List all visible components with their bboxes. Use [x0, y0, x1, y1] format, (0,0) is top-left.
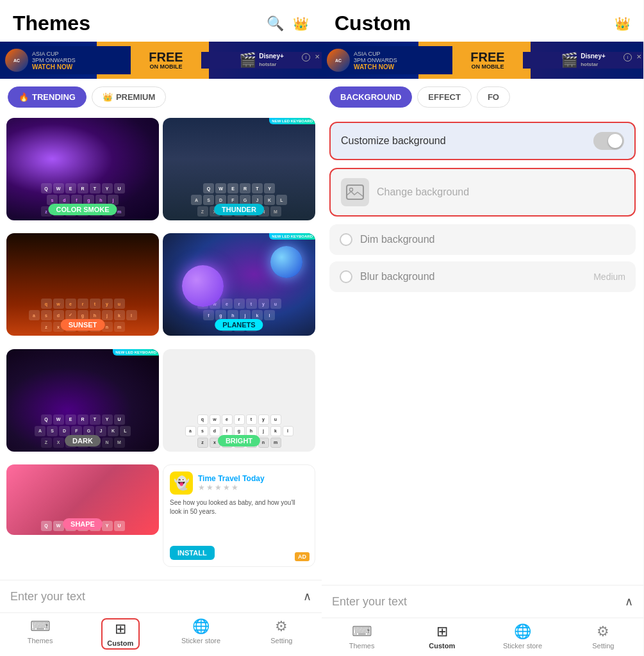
blur-background-label: Blur background	[360, 271, 586, 283]
ad-info-icon[interactable]: i	[302, 53, 310, 62]
ad-install-button[interactable]: INSTALL	[170, 546, 215, 560]
customize-background-toggle[interactable]	[593, 132, 624, 150]
change-background-row[interactable]: Change background	[329, 168, 636, 217]
ad-banner-left[interactable]: AC ASIA CUP 3PM ONWARDS WATCH NOW FREE O…	[0, 42, 322, 79]
nav-item-setting-left[interactable]: ⚙ Setting	[262, 618, 301, 650]
theme-label-bright: BRIGHT	[218, 435, 260, 447]
gear-icon-left: ⚙	[275, 618, 288, 635]
nav-item-custom-left[interactable]: ⊞ Custom	[101, 618, 140, 650]
blur-background-radio[interactable]	[340, 270, 352, 283]
dim-background-row[interactable]: Dim background	[329, 224, 636, 255]
filter-trending[interactable]: 🔥 TRENDING	[8, 86, 87, 108]
search-icon[interactable]: 🔍	[267, 15, 284, 32]
nav-item-sticker-left[interactable]: 🌐 Sticker store	[181, 618, 220, 650]
ad-disney-segment: 🎬 Disney+hotstar i ✕	[201, 52, 322, 69]
theme-card-thunder[interactable]: NEW LED KEYBOARD Q W E R T Y A S D F G J	[163, 118, 315, 220]
text-input-bar-right: Enter your text ∧	[322, 585, 643, 618]
theme-card-bright[interactable]: q w e r t y u a s d f g h j k l	[163, 349, 315, 452]
nav-item-setting-right[interactable]: ⚙ Setting	[584, 623, 622, 650]
bottom-nav-right: ⌨ Themes ⊞ Custom 🌐 Sticker store ⚙ Sett…	[322, 618, 643, 656]
crown-icon-right: 👑	[615, 16, 631, 31]
asia-cup-text-right: ASIA CUP 3PM ONWARDS WATCH NOW	[354, 51, 397, 70]
theme-card-dark[interactable]: NEW LED KEYBOARD Q W E R T Y U A S D F G	[6, 349, 159, 452]
ad-card[interactable]: 👻 Time Travel Today ★★★★★ See how you lo…	[163, 464, 315, 567]
custom-grid-icon-right: ⊞	[436, 623, 448, 640]
custom-content: Customize background Change background D…	[322, 114, 643, 585]
ad-badge: AD	[295, 552, 310, 561]
blur-background-row[interactable]: Blur background Medium	[329, 261, 636, 292]
theme-label-planets: PLANETS	[215, 319, 263, 331]
planet-purple	[182, 265, 224, 307]
change-background-label: Change background	[377, 186, 469, 198]
custom-grid-icon-left: ⊞	[115, 621, 126, 637]
nav-label-custom-right: Custom	[429, 642, 455, 650]
nav-label-themes-right: Themes	[349, 642, 375, 650]
snapchat-ghost-icon: 👻	[174, 475, 190, 491]
nav-label-sticker-right: Sticker store	[503, 642, 542, 650]
premium-crown-icon: 👑	[103, 92, 113, 102]
theme-card-sunset[interactable]: q w e r t y u a s d ✓ g h j k l	[6, 233, 159, 336]
ad-card-header: 👻 Time Travel Today ★★★★★	[170, 472, 308, 495]
ad-disney-segment-right: 🎬 Disney+hotstar i ✕	[523, 52, 643, 69]
fire-icon: 🔥	[19, 92, 29, 102]
ad-segment-asia: AC ASIA CUP 3PM ONWARDS WATCH NOW	[0, 46, 131, 74]
theme-card-shape[interactable]: Q W E R T Y U SHAPE	[6, 464, 159, 535]
crown-icon-left: 👑	[293, 16, 309, 31]
theme-label-thunder: THUNDER	[214, 204, 264, 215]
customize-background-row[interactable]: Customize background	[329, 122, 636, 160]
new-badge-thunder: NEW LED KEYBOARD	[269, 118, 315, 124]
nav-item-sticker-right[interactable]: 🌐 Sticker store	[503, 623, 542, 650]
filter-font[interactable]: FO	[477, 86, 510, 108]
filter-background[interactable]: BACKGROUND	[329, 86, 412, 108]
text-input-label-left[interactable]: Enter your text	[10, 590, 85, 603]
chevron-up-icon-left[interactable]: ∧	[303, 589, 311, 603]
dim-background-label: Dim background	[360, 234, 625, 245]
ad-card-info: Time Travel Today ★★★★★	[198, 474, 265, 492]
right-header: Custom 👑	[322, 0, 643, 42]
gear-icon-right: ⚙	[597, 623, 609, 640]
keyboard-icon-left: ⌨	[30, 618, 51, 635]
asia-cup-logo: AC	[5, 49, 28, 72]
asia-cup-logo-right: AC	[327, 49, 350, 72]
theme-label-dark: DARK	[65, 435, 101, 447]
nav-item-custom-right[interactable]: ⊞ Custom	[423, 623, 461, 650]
filter-premium[interactable]: 👑 PREMIUM	[92, 86, 166, 108]
svg-rect-0	[347, 185, 363, 199]
ad-free-segment-right: FREE ON MOBILE	[452, 49, 523, 71]
nav-label-sticker-left: Sticker store	[181, 637, 220, 644]
chevron-up-icon-right[interactable]: ∧	[625, 594, 633, 609]
right-panel: Custom 👑 AC ASIA CUP 3PM ONWARDS WATCH N…	[322, 0, 643, 656]
ad-close-icon-right[interactable]: ✕	[636, 53, 641, 60]
bottom-nav-left: ⌨ Themes ⊞ Custom 🌐 Sticker store ⚙ Sett…	[0, 612, 322, 656]
nav-item-themes-right[interactable]: ⌨ Themes	[343, 623, 381, 650]
text-input-bar-left: Enter your text ∧	[0, 580, 322, 612]
left-header: Themes 🔍 👑	[0, 0, 322, 42]
theme-label-shape: SHAPE	[63, 518, 103, 530]
filter-bar-right: BACKGROUND EFFECT FO	[322, 79, 643, 114]
right-header-icons: 👑	[615, 16, 631, 31]
ad-card-description: See how you looked as baby, and how you'…	[170, 498, 308, 546]
blur-background-value: Medium	[593, 272, 625, 282]
left-header-icons: 🔍 👑	[267, 15, 309, 32]
ad-segment-asia-right: AC ASIA CUP 3PM ONWARDS WATCH NOW	[322, 46, 452, 74]
nav-item-themes-left[interactable]: ⌨ Themes	[21, 618, 60, 650]
theme-card-planets[interactable]: NEW LED KEYBOARD q w e r t y u f g h	[163, 233, 315, 336]
left-title: Themes	[13, 12, 90, 35]
theme-grid: Q W E R T Y U s d f g h j z	[0, 114, 322, 580]
new-badge-planets: NEW LED KEYBOARD	[269, 233, 315, 240]
nav-label-setting-right: Setting	[592, 642, 614, 650]
ad-card-stars: ★★★★★	[198, 483, 265, 492]
filter-effect[interactable]: EFFECT	[417, 86, 472, 108]
theme-card-color-smoke[interactable]: Q W E R T Y U s d f g h j z	[6, 118, 159, 220]
nav-label-themes-left: Themes	[28, 637, 53, 644]
left-panel: Themes 🔍 👑 AC ASIA CUP 3PM ONWARDS WATCH…	[0, 0, 322, 656]
ad-banner-right[interactable]: AC ASIA CUP 3PM ONWARDS WATCH NOW FREE O…	[322, 42, 643, 79]
ad-info-icon-right[interactable]: i	[623, 53, 632, 62]
text-input-label-right[interactable]: Enter your text	[332, 595, 407, 609]
dim-background-radio[interactable]	[340, 233, 352, 246]
image-placeholder-icon	[341, 178, 369, 206]
new-badge-dark: NEW LED KEYBOARD	[113, 349, 159, 356]
ad-close-icon[interactable]: ✕	[315, 53, 320, 60]
nav-label-custom-left: Custom	[107, 639, 133, 647]
keyboard-icon-right: ⌨	[352, 623, 372, 640]
